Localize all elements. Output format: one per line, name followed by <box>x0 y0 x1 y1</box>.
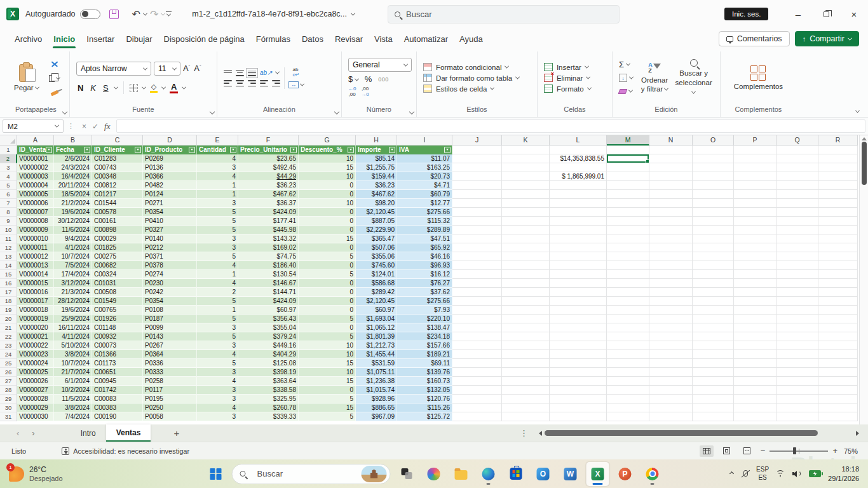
excel-taskbar-button[interactable]: X <box>587 462 609 486</box>
row-header-14[interactable]: 14 <box>0 261 17 270</box>
cell-K17[interactable] <box>502 288 550 297</box>
name-box[interactable]: M2 <box>3 119 64 133</box>
cell-N8[interactable] <box>649 208 693 217</box>
cell-P26[interactable] <box>734 368 776 377</box>
row-header-29[interactable]: 29 <box>0 395 17 403</box>
vertical-scroll-thumb[interactable] <box>862 142 867 185</box>
cell-M9[interactable] <box>607 217 649 226</box>
cell-E11[interactable]: 3 <box>197 234 238 243</box>
cell-K8[interactable] <box>502 208 550 217</box>
column-header-Q[interactable]: Q <box>776 135 818 146</box>
cell-D14[interactable]: P0378 <box>143 261 197 270</box>
cell-L28[interactable] <box>550 386 607 395</box>
cell-H13[interactable]: $355.06 <box>356 252 397 261</box>
cell-H12[interactable]: $507.06 <box>356 243 397 252</box>
titlebar-search-input[interactable]: Buscar <box>388 5 620 24</box>
cell-C18[interactable]: C01549 <box>92 297 143 306</box>
align-top-button[interactable] <box>224 70 232 76</box>
column-header-E[interactable]: E <box>197 135 238 146</box>
cell-A31[interactable]: V0000030 <box>17 412 54 421</box>
increase-decimal-button[interactable]: ←0,00 <box>348 86 356 98</box>
cell-N1[interactable] <box>649 146 693 154</box>
cell-C2[interactable]: C01283 <box>92 154 143 163</box>
cell-C7[interactable]: C01544 <box>92 199 143 208</box>
ribbon-tab-disposici-n-de-p-gina[interactable]: Disposición de página <box>158 30 250 48</box>
hidden-icons-chevron[interactable] <box>729 471 734 476</box>
cell-M20[interactable] <box>607 315 649 323</box>
cell-J1[interactable] <box>452 146 502 154</box>
cell-B5[interactable]: 20/11/2024 <box>54 181 92 190</box>
cell-B30[interactable]: 3/8/2024 <box>54 403 92 412</box>
cell-R16[interactable] <box>818 279 858 288</box>
cell-I23[interactable]: $157.66 <box>397 341 452 350</box>
cell-L18[interactable] <box>550 297 607 306</box>
cell-R1[interactable] <box>818 146 858 154</box>
cell-A14[interactable]: V0000013 <box>17 261 54 270</box>
align-center-button[interactable] <box>236 80 244 86</box>
cell-K14[interactable] <box>502 261 550 270</box>
cell-K26[interactable] <box>502 368 550 377</box>
cell-N26[interactable] <box>649 368 693 377</box>
cell-J16[interactable] <box>452 279 502 288</box>
sign-in-button[interactable]: Inic. ses. <box>724 8 768 20</box>
cell-P8[interactable] <box>734 208 776 217</box>
cell-B9[interactable]: 30/12/2024 <box>54 217 92 226</box>
cell-O2[interactable] <box>693 154 734 163</box>
cell-E8[interactable]: 5 <box>197 208 238 217</box>
cell-P20[interactable] <box>734 315 776 323</box>
cell-P7[interactable] <box>734 199 776 208</box>
cell-P14[interactable] <box>734 261 776 270</box>
cell-M13[interactable] <box>607 252 649 261</box>
cell-E10[interactable]: 5 <box>197 226 238 234</box>
cell-F16[interactable]: $146.67 <box>238 279 299 288</box>
cell-J11[interactable] <box>452 234 502 243</box>
cell-O11[interactable] <box>693 234 734 243</box>
cell-L31[interactable] <box>550 412 607 421</box>
cell-P4[interactable] <box>734 172 776 181</box>
cell-D17[interactable]: P0242 <box>143 288 197 297</box>
cell-C27[interactable]: C00945 <box>92 377 143 386</box>
cell-I30[interactable]: $115.26 <box>397 403 452 412</box>
cell-Q7[interactable] <box>776 199 818 208</box>
cell-C16[interactable]: C01031 <box>92 279 143 288</box>
cell-styles-button[interactable]: Estilos de celda <box>423 85 519 93</box>
cell-E12[interactable]: 3 <box>197 243 238 252</box>
cell-F2[interactable]: $23.65 <box>238 154 299 163</box>
cell-C31[interactable]: C00190 <box>92 412 143 421</box>
cell-P2[interactable] <box>734 154 776 163</box>
cell-N14[interactable] <box>649 261 693 270</box>
autosum-button[interactable]: Σ <box>619 59 633 70</box>
row-header-28[interactable]: 28 <box>0 386 17 395</box>
cell-Q24[interactable] <box>776 350 818 359</box>
cell-A11[interactable]: V0000010 <box>17 234 54 243</box>
cell-J19[interactable] <box>452 306 502 315</box>
cell-E6[interactable]: 1 <box>197 190 238 199</box>
cell-R11[interactable] <box>818 234 858 243</box>
cell-C15[interactable]: C00324 <box>92 270 143 279</box>
cell-J17[interactable] <box>452 288 502 297</box>
ribbon-tab-datos[interactable]: Datos <box>296 30 329 48</box>
cell-R24[interactable] <box>818 350 858 359</box>
cell-N15[interactable] <box>649 270 693 279</box>
cell-L13[interactable] <box>550 252 607 261</box>
cell-N6[interactable] <box>649 190 693 199</box>
cell-Q10[interactable] <box>776 226 818 234</box>
cell-E3[interactable]: 3 <box>197 163 238 172</box>
cell-K6[interactable] <box>502 190 550 199</box>
cell-K31[interactable] <box>502 412 550 421</box>
row-header-23[interactable]: 23 <box>0 341 17 350</box>
cell-Q4[interactable] <box>776 172 818 181</box>
cell-P24[interactable] <box>734 350 776 359</box>
edge-button[interactable] <box>477 462 500 486</box>
cell-J3[interactable] <box>452 163 502 172</box>
cell-I4[interactable]: $20.73 <box>397 172 452 181</box>
cell-L2-value[interactable]: $14,353,838.55 <box>550 154 607 163</box>
cell-D26[interactable]: P0333 <box>143 368 197 377</box>
cell-E19[interactable]: 1 <box>197 306 238 315</box>
ribbon-tab-f-rmulas[interactable]: Fórmulas <box>250 30 296 48</box>
cell-P16[interactable] <box>734 279 776 288</box>
cell-I9[interactable]: $115.32 <box>397 217 452 226</box>
cell-H24[interactable]: $1,455.44 <box>356 350 397 359</box>
sheet-tab-ventas[interactable]: Ventas <box>106 424 151 442</box>
cell-O25[interactable] <box>693 359 734 368</box>
